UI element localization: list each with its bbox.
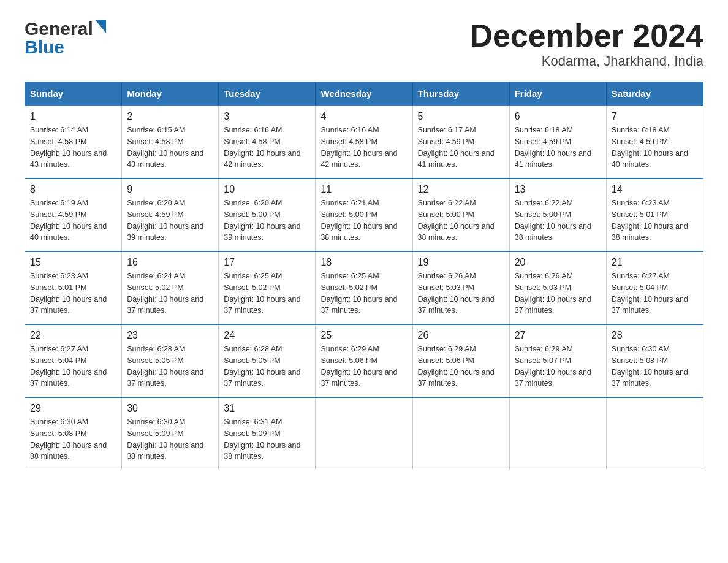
day-of-week-thursday: Thursday bbox=[412, 82, 509, 106]
day-number: 16 bbox=[127, 257, 213, 268]
calendar-cell bbox=[412, 397, 509, 470]
calendar-cell: 31Sunrise: 6:31 AMSunset: 5:09 PMDayligh… bbox=[219, 397, 316, 470]
days-of-week-row: SundayMondayTuesdayWednesdayThursdayFrid… bbox=[25, 82, 703, 106]
day-number: 19 bbox=[418, 257, 504, 268]
day-number: 21 bbox=[612, 257, 698, 268]
day-number: 20 bbox=[515, 257, 601, 268]
day-number: 7 bbox=[612, 111, 698, 122]
day-of-week-wednesday: Wednesday bbox=[316, 82, 412, 106]
calendar-cell: 16Sunrise: 6:24 AMSunset: 5:02 PMDayligh… bbox=[122, 251, 219, 324]
calendar-body: 1Sunrise: 6:14 AMSunset: 4:58 PMDaylight… bbox=[25, 105, 703, 470]
day-number: 25 bbox=[320, 330, 407, 341]
svg-marker-0 bbox=[95, 20, 106, 33]
day-number: 9 bbox=[127, 184, 213, 195]
day-number: 24 bbox=[224, 330, 310, 341]
day-info: Sunrise: 6:26 AMSunset: 5:03 PMDaylight:… bbox=[418, 270, 504, 316]
page-title: December 2024 bbox=[469, 18, 703, 53]
calendar-cell: 7Sunrise: 6:18 AMSunset: 4:59 PMDaylight… bbox=[606, 105, 703, 178]
day-number: 22 bbox=[30, 330, 116, 341]
calendar-cell: 13Sunrise: 6:22 AMSunset: 5:00 PMDayligh… bbox=[509, 178, 606, 251]
day-number: 4 bbox=[320, 111, 407, 122]
week-row-4: 22Sunrise: 6:27 AMSunset: 5:04 PMDayligh… bbox=[25, 324, 703, 397]
calendar-cell: 27Sunrise: 6:29 AMSunset: 5:07 PMDayligh… bbox=[509, 324, 606, 397]
calendar-cell: 12Sunrise: 6:22 AMSunset: 5:00 PMDayligh… bbox=[412, 178, 509, 251]
day-info: Sunrise: 6:28 AMSunset: 5:05 PMDaylight:… bbox=[224, 343, 310, 389]
day-number: 14 bbox=[612, 184, 698, 195]
day-number: 30 bbox=[127, 403, 213, 414]
day-number: 29 bbox=[30, 403, 116, 414]
day-number: 26 bbox=[418, 330, 504, 341]
day-number: 1 bbox=[30, 111, 116, 122]
calendar-cell: 30Sunrise: 6:30 AMSunset: 5:09 PMDayligh… bbox=[122, 397, 219, 470]
day-number: 18 bbox=[320, 257, 407, 268]
calendar-cell: 22Sunrise: 6:27 AMSunset: 5:04 PMDayligh… bbox=[25, 324, 122, 397]
calendar-cell bbox=[509, 397, 606, 470]
day-number: 11 bbox=[320, 184, 407, 195]
day-info: Sunrise: 6:30 AMSunset: 5:09 PMDaylight:… bbox=[127, 416, 213, 462]
day-info: Sunrise: 6:22 AMSunset: 5:00 PMDaylight:… bbox=[515, 197, 601, 243]
day-info: Sunrise: 6:26 AMSunset: 5:03 PMDaylight:… bbox=[515, 270, 601, 316]
calendar-cell: 28Sunrise: 6:30 AMSunset: 5:08 PMDayligh… bbox=[606, 324, 703, 397]
calendar-cell: 15Sunrise: 6:23 AMSunset: 5:01 PMDayligh… bbox=[25, 251, 122, 324]
day-info: Sunrise: 6:22 AMSunset: 5:00 PMDaylight:… bbox=[418, 197, 504, 243]
day-info: Sunrise: 6:20 AMSunset: 5:00 PMDaylight:… bbox=[224, 197, 310, 243]
calendar-cell: 20Sunrise: 6:26 AMSunset: 5:03 PMDayligh… bbox=[509, 251, 606, 324]
page-header: General Blue December 2024 Kodarma, Jhar… bbox=[25, 18, 703, 69]
logo-general-text: General bbox=[25, 18, 93, 39]
day-info: Sunrise: 6:16 AMSunset: 4:58 PMDaylight:… bbox=[224, 124, 310, 170]
day-number: 3 bbox=[224, 111, 310, 122]
calendar-cell: 26Sunrise: 6:29 AMSunset: 5:06 PMDayligh… bbox=[412, 324, 509, 397]
day-info: Sunrise: 6:18 AMSunset: 4:59 PMDaylight:… bbox=[612, 124, 698, 170]
calendar-cell bbox=[606, 397, 703, 470]
day-info: Sunrise: 6:19 AMSunset: 4:59 PMDaylight:… bbox=[30, 197, 116, 243]
day-info: Sunrise: 6:27 AMSunset: 5:04 PMDaylight:… bbox=[30, 343, 116, 389]
day-info: Sunrise: 6:29 AMSunset: 5:07 PMDaylight:… bbox=[515, 343, 601, 389]
day-number: 13 bbox=[515, 184, 601, 195]
calendar-cell: 17Sunrise: 6:25 AMSunset: 5:02 PMDayligh… bbox=[219, 251, 316, 324]
calendar-cell: 3Sunrise: 6:16 AMSunset: 4:58 PMDaylight… bbox=[219, 105, 316, 178]
day-info: Sunrise: 6:18 AMSunset: 4:59 PMDaylight:… bbox=[515, 124, 601, 170]
calendar-cell bbox=[316, 397, 412, 470]
day-number: 12 bbox=[418, 184, 504, 195]
day-of-week-sunday: Sunday bbox=[25, 82, 122, 106]
day-info: Sunrise: 6:16 AMSunset: 4:58 PMDaylight:… bbox=[320, 124, 407, 170]
day-info: Sunrise: 6:21 AMSunset: 5:00 PMDaylight:… bbox=[320, 197, 407, 243]
calendar-cell: 23Sunrise: 6:28 AMSunset: 5:05 PMDayligh… bbox=[122, 324, 219, 397]
calendar-cell: 29Sunrise: 6:30 AMSunset: 5:08 PMDayligh… bbox=[25, 397, 122, 470]
calendar-table: SundayMondayTuesdayWednesdayThursdayFrid… bbox=[25, 82, 703, 470]
title-block: December 2024 Kodarma, Jharkhand, India bbox=[469, 18, 703, 69]
calendar-cell: 2Sunrise: 6:15 AMSunset: 4:58 PMDaylight… bbox=[122, 105, 219, 178]
day-number: 6 bbox=[515, 111, 601, 122]
calendar-cell: 18Sunrise: 6:25 AMSunset: 5:02 PMDayligh… bbox=[316, 251, 412, 324]
calendar-cell: 10Sunrise: 6:20 AMSunset: 5:00 PMDayligh… bbox=[219, 178, 316, 251]
day-info: Sunrise: 6:25 AMSunset: 5:02 PMDaylight:… bbox=[320, 270, 407, 316]
day-number: 8 bbox=[30, 184, 116, 195]
day-number: 15 bbox=[30, 257, 116, 268]
day-of-week-monday: Monday bbox=[122, 82, 219, 106]
day-info: Sunrise: 6:23 AMSunset: 5:01 PMDaylight:… bbox=[30, 270, 116, 316]
calendar-header: SundayMondayTuesdayWednesdayThursdayFrid… bbox=[25, 82, 703, 106]
calendar-cell: 8Sunrise: 6:19 AMSunset: 4:59 PMDaylight… bbox=[25, 178, 122, 251]
page-subtitle: Kodarma, Jharkhand, India bbox=[469, 53, 703, 69]
calendar-cell: 24Sunrise: 6:28 AMSunset: 5:05 PMDayligh… bbox=[219, 324, 316, 397]
calendar-cell: 1Sunrise: 6:14 AMSunset: 4:58 PMDaylight… bbox=[25, 105, 122, 178]
week-row-2: 8Sunrise: 6:19 AMSunset: 4:59 PMDaylight… bbox=[25, 178, 703, 251]
day-number: 10 bbox=[224, 184, 310, 195]
day-number: 17 bbox=[224, 257, 310, 268]
day-info: Sunrise: 6:23 AMSunset: 5:01 PMDaylight:… bbox=[612, 197, 698, 243]
day-number: 27 bbox=[515, 330, 601, 341]
day-number: 2 bbox=[127, 111, 213, 122]
day-info: Sunrise: 6:25 AMSunset: 5:02 PMDaylight:… bbox=[224, 270, 310, 316]
calendar-cell: 6Sunrise: 6:18 AMSunset: 4:59 PMDaylight… bbox=[509, 105, 606, 178]
calendar-cell: 25Sunrise: 6:29 AMSunset: 5:06 PMDayligh… bbox=[316, 324, 412, 397]
calendar-cell: 4Sunrise: 6:16 AMSunset: 4:58 PMDaylight… bbox=[316, 105, 412, 178]
logo-blue-text: Blue bbox=[25, 37, 64, 57]
day-info: Sunrise: 6:14 AMSunset: 4:58 PMDaylight:… bbox=[30, 124, 116, 170]
day-info: Sunrise: 6:24 AMSunset: 5:02 PMDaylight:… bbox=[127, 270, 213, 316]
calendar-cell: 14Sunrise: 6:23 AMSunset: 5:01 PMDayligh… bbox=[606, 178, 703, 251]
day-info: Sunrise: 6:30 AMSunset: 5:08 PMDaylight:… bbox=[30, 416, 116, 462]
day-info: Sunrise: 6:20 AMSunset: 4:59 PMDaylight:… bbox=[127, 197, 213, 243]
day-number: 23 bbox=[127, 330, 213, 341]
logo-arrow-icon bbox=[95, 20, 106, 36]
day-number: 28 bbox=[612, 330, 698, 341]
